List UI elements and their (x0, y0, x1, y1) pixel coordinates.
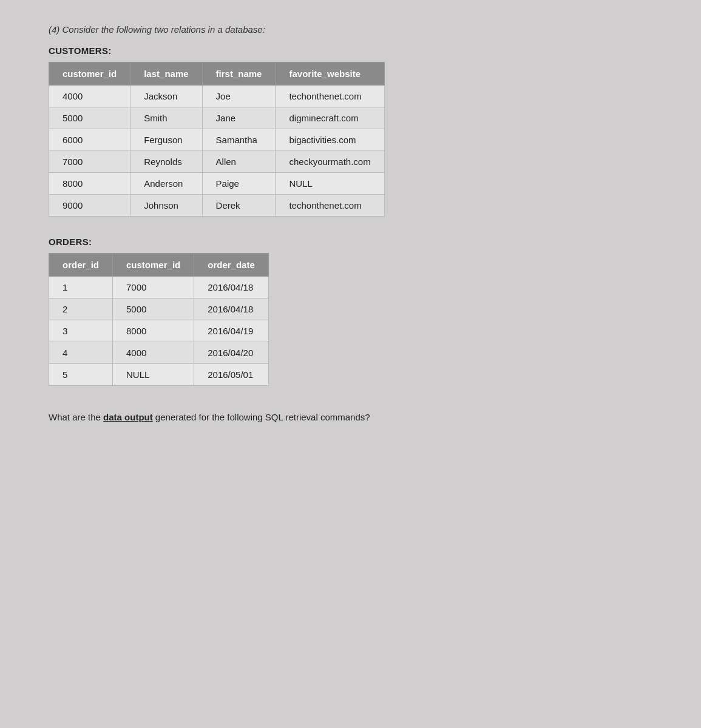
customers-header-row: customer_id last_name first_name favorit… (49, 62, 385, 86)
table-cell: 1 (49, 277, 113, 298)
bottom-text: What are the data output generated for t… (49, 412, 461, 422)
table-cell: Jackson (130, 86, 202, 107)
orders-label: ORDERS: (49, 237, 652, 247)
table-cell: 8000 (49, 173, 130, 195)
bottom-text-prefix: What are the (49, 412, 103, 422)
orders-col-order-id: order_id (49, 254, 113, 277)
table-cell: NULL (113, 364, 194, 386)
table-cell: 4000 (113, 342, 194, 364)
customers-col-first-name: first_name (202, 62, 276, 86)
table-cell: bigactivities.com (276, 129, 384, 151)
table-cell: 9000 (49, 195, 130, 217)
orders-col-customer-id: customer_id (113, 254, 194, 277)
table-cell: Paige (202, 173, 276, 195)
table-cell: 2016/05/01 (194, 364, 269, 386)
table-cell: Allen (202, 151, 276, 173)
customers-table-container: customer_id last_name first_name favorit… (49, 62, 385, 217)
bottom-text-underline: data output (103, 412, 153, 422)
table-cell: Samantha (202, 129, 276, 151)
table-row: 4000JacksonJoetechonthenet.com (49, 86, 385, 107)
table-row: 380002016/04/19 (49, 320, 269, 342)
table-cell: 6000 (49, 129, 130, 151)
table-cell: 3 (49, 320, 113, 342)
table-cell: Reynolds (130, 151, 202, 173)
orders-table: order_id customer_id order_date 17000201… (49, 253, 269, 386)
orders-header-row: order_id customer_id order_date (49, 254, 269, 277)
table-row: 5NULL2016/05/01 (49, 364, 269, 386)
table-cell: Joe (202, 86, 276, 107)
table-cell: 7000 (113, 277, 194, 298)
table-row: 170002016/04/18 (49, 277, 269, 298)
table-cell: digminecraft.com (276, 107, 384, 129)
customers-col-last-name: last_name (130, 62, 202, 86)
customers-table: customer_id last_name first_name favorit… (49, 62, 385, 217)
table-cell: 2 (49, 298, 113, 320)
table-cell: techonthenet.com (276, 86, 384, 107)
bottom-text-suffix: generated for the following SQL retrieva… (153, 412, 370, 422)
customers-col-customer-id: customer_id (49, 62, 130, 86)
table-cell: 7000 (49, 151, 130, 173)
table-cell: Derek (202, 195, 276, 217)
table-cell: 2016/04/18 (194, 277, 269, 298)
table-cell: 5000 (49, 107, 130, 129)
table-cell: NULL (276, 173, 384, 195)
orders-col-order-date: order_date (194, 254, 269, 277)
table-row: 9000JohnsonDerektechonthenet.com (49, 195, 385, 217)
table-cell: Ferguson (130, 129, 202, 151)
table-cell: Anderson (130, 173, 202, 195)
table-cell: 8000 (113, 320, 194, 342)
table-row: 6000FergusonSamanthabigactivities.com (49, 129, 385, 151)
table-row: 5000SmithJanedigminecraft.com (49, 107, 385, 129)
table-row: 440002016/04/20 (49, 342, 269, 364)
table-cell: Smith (130, 107, 202, 129)
question-text: (4) Consider the following two relations… (49, 24, 652, 35)
orders-table-container: order_id customer_id order_date 17000201… (49, 253, 269, 386)
table-row: 7000ReynoldsAllencheckyourmath.com (49, 151, 385, 173)
customers-col-favorite-website: favorite_website (276, 62, 384, 86)
table-cell: 2016/04/20 (194, 342, 269, 364)
table-cell: 4000 (49, 86, 130, 107)
table-cell: Johnson (130, 195, 202, 217)
table-row: 8000AndersonPaigeNULL (49, 173, 385, 195)
table-row: 250002016/04/18 (49, 298, 269, 320)
table-cell: 2016/04/19 (194, 320, 269, 342)
table-cell: 2016/04/18 (194, 298, 269, 320)
table-cell: 5000 (113, 298, 194, 320)
table-cell: techonthenet.com (276, 195, 384, 217)
customers-label: CUSTOMERS: (49, 46, 652, 56)
table-cell: 4 (49, 342, 113, 364)
table-cell: checkyourmath.com (276, 151, 384, 173)
table-cell: 5 (49, 364, 113, 386)
table-cell: Jane (202, 107, 276, 129)
